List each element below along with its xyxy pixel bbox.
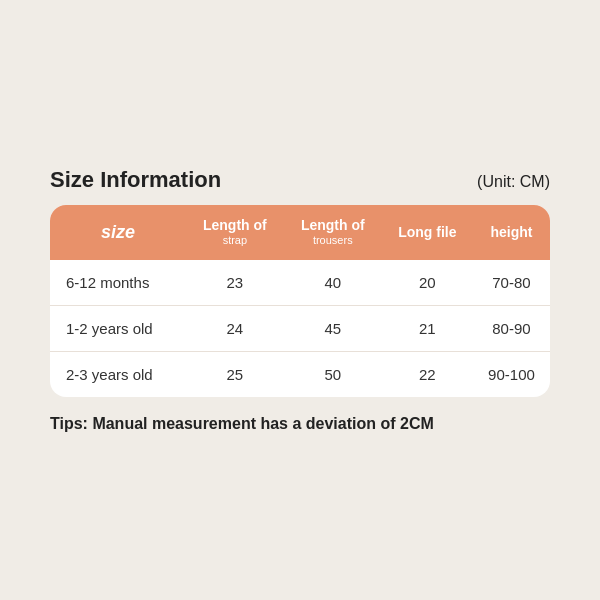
table-cell: 23 — [186, 260, 284, 306]
table-cell: 40 — [284, 260, 382, 306]
col-size: size — [50, 205, 186, 259]
table-cell: 90-100 — [473, 351, 550, 397]
table-cell: 70-80 — [473, 260, 550, 306]
col-longfile: Long file — [382, 205, 473, 259]
size-table: size Length ofstrap Length oftrousers Lo… — [50, 205, 550, 396]
col-height: height — [473, 205, 550, 259]
table-cell: 80-90 — [473, 305, 550, 351]
table-row: 6-12 months23402070-80 — [50, 260, 550, 306]
table-cell: 2-3 years old — [50, 351, 186, 397]
table-cell: 1-2 years old — [50, 305, 186, 351]
table-wrapper: size Length ofstrap Length oftrousers Lo… — [50, 205, 550, 396]
table-row: 1-2 years old24452180-90 — [50, 305, 550, 351]
table-cell: 45 — [284, 305, 382, 351]
table-cell: 50 — [284, 351, 382, 397]
table-row: 2-3 years old25502290-100 — [50, 351, 550, 397]
col-strap: Length ofstrap — [186, 205, 284, 259]
table-cell: 21 — [382, 305, 473, 351]
table-title: Size Information — [50, 167, 221, 193]
table-cell: 22 — [382, 351, 473, 397]
table-cell: 6-12 months — [50, 260, 186, 306]
table-cell: 24 — [186, 305, 284, 351]
header-row: Size Information (Unit: CM) — [50, 167, 550, 193]
unit-label: (Unit: CM) — [477, 173, 550, 191]
table-header-row: size Length ofstrap Length oftrousers Lo… — [50, 205, 550, 259]
tips-text: Tips: Manual measurement has a deviation… — [50, 415, 550, 433]
table-cell: 20 — [382, 260, 473, 306]
main-container: Size Information (Unit: CM) size Length … — [30, 147, 570, 452]
col-trousers: Length oftrousers — [284, 205, 382, 259]
table-cell: 25 — [186, 351, 284, 397]
